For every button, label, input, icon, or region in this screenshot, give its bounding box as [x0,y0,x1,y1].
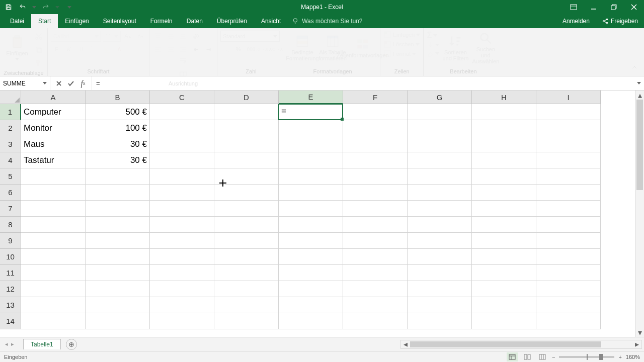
row-header[interactable]: 12 [0,281,21,297]
cell[interactable] [214,265,279,281]
conditional-formatting-button[interactable]: Bedingte Formatierung [288,31,316,65]
horizontal-scrollbar[interactable]: ◂ ▸ [400,340,642,349]
cell[interactable] [408,233,472,249]
cell[interactable] [21,217,86,233]
column-header[interactable]: C [150,90,214,104]
cell[interactable] [343,217,408,233]
redo-dropdown-icon[interactable] [55,6,59,9]
align-center-icon[interactable] [165,44,176,55]
fill-color-icon[interactable] [101,44,112,55]
cell[interactable] [150,185,214,201]
cell-styles-button[interactable]: Zellenformatvorlagen [349,31,377,65]
cell[interactable] [536,168,601,185]
cell[interactable] [21,201,86,217]
cell[interactable] [150,152,214,168]
cell[interactable] [472,120,536,136]
cell[interactable] [21,265,86,281]
delete-cells-button[interactable]: Löschen [383,40,420,48]
tab-review[interactable]: Überprüfen [210,14,254,28]
sheet-nav[interactable]: ◂▸ [0,341,19,347]
cell[interactable] [21,313,86,329]
cell[interactable]: 500 € [86,104,150,120]
format-cells-button[interactable]: Format [383,50,416,58]
align-top-icon[interactable] [152,31,164,42]
border-icon[interactable] [89,44,100,55]
cell[interactable] [343,297,408,313]
row-header[interactable]: 8 [0,217,21,233]
tab-file[interactable]: Datei [3,14,31,28]
normal-view-icon[interactable] [507,352,518,361]
cell[interactable] [343,313,408,329]
scrollbar-thumb[interactable] [636,100,643,190]
scroll-left-icon[interactable]: ◂ [401,340,410,349]
cell[interactable] [472,233,536,249]
cell[interactable] [343,201,408,217]
cell[interactable] [536,313,601,329]
cell[interactable] [472,313,536,329]
autosum-button[interactable]: Σ [427,31,437,40]
cell[interactable] [536,136,601,152]
vertical-scrollbar[interactable]: ▴ ▾ [635,90,644,337]
cell[interactable] [408,152,472,168]
name-box[interactable]: SUMME [0,76,50,90]
cut-icon[interactable] [33,31,44,42]
cell[interactable] [472,249,536,265]
cell[interactable] [472,104,536,120]
cell[interactable] [214,185,279,201]
cell[interactable] [86,265,150,281]
fx-icon[interactable]: fx [77,78,89,89]
indent-dec-icon[interactable]: ⇤ [190,44,201,55]
cell[interactable] [343,168,408,185]
cell[interactable] [86,281,150,297]
cell[interactable] [279,265,343,281]
cell[interactable] [472,168,536,185]
cell[interactable] [408,136,472,152]
cell[interactable] [472,217,536,233]
select-all-corner[interactable] [0,90,21,104]
cell[interactable] [343,249,408,265]
cell[interactable] [279,249,343,265]
cell[interactable]: Maus [21,136,86,152]
cell[interactable] [86,233,150,249]
cell[interactable]: Tastatur [21,152,86,168]
format-painter-icon[interactable] [33,58,44,69]
cell[interactable] [343,265,408,281]
column-header[interactable]: A [21,90,86,104]
cell[interactable] [214,136,279,152]
format-as-table-button[interactable]: Als Tabelle formatieren [318,31,347,65]
underline-icon[interactable]: U [76,44,87,55]
signin-link[interactable]: Anmelden [556,14,596,28]
column-header[interactable]: D [214,90,279,104]
cell[interactable] [343,136,408,152]
qat-customize-icon[interactable] [67,6,71,9]
worksheet-grid[interactable]: ABCDEFGHI 1234567891011121314 Computer50… [0,90,644,337]
cell[interactable] [214,249,279,265]
ribbon-display-icon[interactable] [564,0,584,14]
cell[interactable] [279,297,343,313]
cell[interactable] [214,201,279,217]
close-icon[interactable] [624,0,644,14]
cell[interactable] [472,201,536,217]
add-sheet-button[interactable]: ⊕ [66,339,77,350]
cell[interactable] [536,104,601,120]
cell[interactable] [214,120,279,136]
cell[interactable] [86,313,150,329]
column-header[interactable]: G [408,90,472,104]
cell[interactable] [536,217,601,233]
cell[interactable] [150,120,214,136]
zoom-slider[interactable] [559,356,614,358]
expand-formula-bar-icon[interactable] [634,76,644,90]
cell[interactable] [279,104,343,120]
cell[interactable] [279,313,343,329]
find-select-button[interactable]: Suchen und Auswählen [471,31,500,65]
row-header[interactable]: 5 [0,168,21,185]
cell[interactable] [408,249,472,265]
cell[interactable] [21,168,86,185]
scrollbar-thumb[interactable] [410,341,601,347]
column-header[interactable]: I [536,90,601,104]
cell[interactable] [150,281,214,297]
cell[interactable] [279,281,343,297]
cell[interactable]: 30 € [86,152,150,168]
cell[interactable]: Monitor [21,120,86,136]
cell[interactable] [279,120,343,136]
